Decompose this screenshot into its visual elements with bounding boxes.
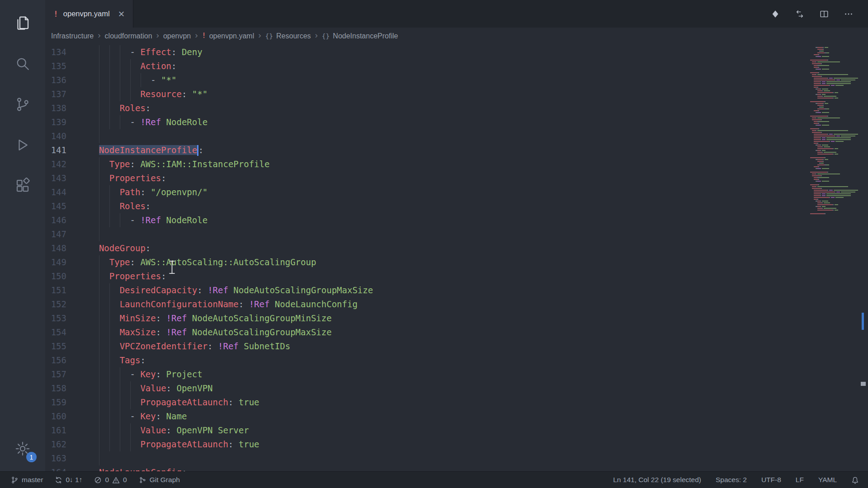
code-line-text[interactable]: DesiredCapacity: !Ref NodeAutoScalingGro… (89, 283, 806, 297)
line-number[interactable]: 162 (45, 437, 89, 451)
line-number[interactable]: 152 (45, 297, 89, 311)
line-number[interactable]: 164 (45, 465, 89, 471)
minimap-token (814, 80, 835, 80)
line-number[interactable]: 135 (45, 59, 89, 73)
status-eol[interactable]: LF (796, 476, 804, 484)
line-number[interactable]: 156 (45, 353, 89, 367)
activity-bar-item-run-debug[interactable] (0, 125, 45, 165)
breadcrumb-item-infrastructure[interactable]: Infrastructure (50, 32, 94, 40)
run-marker-button[interactable] (768, 6, 783, 22)
minimap-token (810, 184, 818, 185)
code-line-text[interactable]: Value: OpenVPN (89, 381, 806, 395)
line-number[interactable]: 141 (45, 143, 89, 157)
line-number[interactable]: 155 (45, 339, 89, 353)
activity-bar-item-source-control[interactable] (0, 84, 45, 125)
overview-ruler[interactable] (858, 44, 868, 471)
code-line-text[interactable]: - Effect: Deny (89, 45, 806, 59)
code-line-text[interactable]: MinSize: !Ref NodeAutoScalingGroupMinSiz… (89, 311, 806, 325)
code-line-text[interactable]: - "*" (89, 73, 806, 87)
activity-bar-item-search[interactable] (0, 43, 45, 84)
code-line-text[interactable]: Type: AWS::AutoScaling::AutoScalingGroup (89, 255, 806, 269)
code-line-text[interactable] (89, 227, 806, 241)
code-token: : (166, 383, 171, 393)
activity-bar-item-explorer[interactable] (0, 3, 45, 43)
line-number[interactable]: 145 (45, 199, 89, 213)
status-notifications[interactable] (851, 476, 859, 484)
line-number[interactable]: 160 (45, 409, 89, 423)
close-icon[interactable]: × (118, 9, 125, 19)
status-encoding[interactable]: UTF-8 (761, 476, 781, 484)
line-number[interactable]: 147 (45, 227, 89, 241)
code-line-text[interactable]: Roles: (89, 101, 806, 115)
line-number[interactable]: 136 (45, 73, 89, 87)
line-number[interactable]: 142 (45, 157, 89, 171)
line-number[interactable]: 150 (45, 269, 89, 283)
breadcrumb-item-openvpn-yaml[interactable]: !openvpn.yaml (201, 32, 255, 40)
status-branch[interactable]: master (11, 476, 43, 484)
line-number[interactable]: 159 (45, 395, 89, 409)
more-actions-button[interactable] (841, 6, 856, 22)
code-line-text[interactable]: VPCZoneIdentifier: !Ref SubnetIDs (89, 339, 806, 353)
code-line-text[interactable]: PropagateAtLaunch: true (89, 437, 806, 451)
tab-openvpn-yaml[interactable]: !openvpn.yaml× (45, 0, 133, 28)
line-number[interactable]: 161 (45, 423, 89, 437)
code-line-text[interactable]: - Key: Project (89, 367, 806, 381)
code-token (89, 313, 120, 323)
code-line-text[interactable]: Properties: (89, 269, 806, 283)
line-number[interactable]: 140 (45, 129, 89, 143)
code-line-text[interactable]: - !Ref NodeRole (89, 213, 806, 227)
line-number[interactable]: 149 (45, 255, 89, 269)
line-number[interactable]: 163 (45, 451, 89, 465)
line-number[interactable]: 158 (45, 381, 89, 395)
line-number[interactable]: 137 (45, 87, 89, 101)
code-line-text[interactable]: Action: (89, 59, 806, 73)
activity-bar-item-settings[interactable]: 1 (0, 430, 45, 468)
line-number[interactable]: 148 (45, 241, 89, 255)
split-editor-button[interactable] (816, 6, 832, 22)
open-changes-button[interactable] (792, 6, 807, 22)
breadcrumb-item-cloudformation[interactable]: cloudformation (104, 32, 153, 40)
code-token: Key (140, 411, 156, 421)
code-line-text[interactable]: Roles: (89, 199, 806, 213)
line-number[interactable]: 143 (45, 171, 89, 185)
breadcrumb-item-resources[interactable]: {}Resources (264, 32, 312, 40)
code-line-text[interactable]: Properties: (89, 171, 806, 185)
status-git-graph[interactable]: Git Graph (139, 476, 180, 484)
status-problems[interactable]: 00 (94, 476, 127, 484)
code-line-text[interactable]: Path: "/openvpn/" (89, 185, 806, 199)
activity-bar-item-extensions[interactable] (0, 165, 45, 206)
line-number[interactable]: 134 (45, 45, 89, 59)
breadcrumb-item-openvpn[interactable]: openvpn (162, 32, 192, 40)
line-number[interactable]: 144 (45, 185, 89, 199)
minimap-token (835, 204, 838, 205)
code-line-text[interactable]: NodeInstanceProfile: (89, 143, 806, 157)
line-number[interactable]: 146 (45, 213, 89, 227)
status-indentation[interactable]: Spaces: 2 (716, 476, 747, 484)
line-number[interactable]: 151 (45, 283, 89, 297)
status-cursor-position[interactable]: Ln 141, Col 22 (19 selected) (613, 476, 701, 484)
line-number[interactable]: 138 (45, 101, 89, 115)
line-number[interactable]: 157 (45, 367, 89, 381)
code-line-text[interactable]: Type: AWS::IAM::InstanceProfile (89, 157, 806, 171)
code-line-text[interactable] (89, 129, 806, 143)
line-number[interactable]: 154 (45, 325, 89, 339)
status-language[interactable]: YAML (818, 476, 837, 484)
code-line-text[interactable]: Resource: "*" (89, 87, 806, 101)
minimap[interactable] (806, 47, 858, 471)
minimap-token (817, 146, 822, 147)
code-line-text[interactable]: - Key: Name (89, 409, 806, 423)
status-sync[interactable]: 0↓ 1↑ (55, 476, 82, 484)
breadcrumb-item-nodeinstanceprofile[interactable]: {}NodeInstanceProfile (321, 32, 399, 40)
code-line-text[interactable]: - !Ref NodeRole (89, 115, 806, 129)
code-line-text[interactable]: NodeGroup: (89, 241, 806, 255)
code-line-text[interactable]: PropagateAtLaunch: true (89, 395, 806, 409)
code-line-text[interactable] (89, 451, 806, 465)
code-line-text[interactable]: LaunchConfigurationName: !Ref NodeLaunch… (89, 297, 806, 311)
code-line-text[interactable]: NodeLaunchConfig: (89, 465, 806, 471)
code-editor[interactable]: 134 - Effect: Deny135 Action:136 - "*"13… (45, 44, 868, 471)
code-line-text[interactable]: MaxSize: !Ref NodeAutoScalingGroupMaxSiz… (89, 325, 806, 339)
line-number[interactable]: 139 (45, 115, 89, 129)
code-line-text[interactable]: Tags: (89, 353, 806, 367)
line-number[interactable]: 153 (45, 311, 89, 325)
code-line-text[interactable]: Value: OpenVPN Server (89, 423, 806, 437)
